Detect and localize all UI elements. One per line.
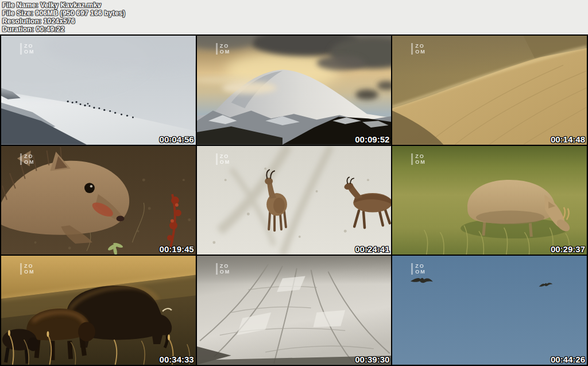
watermark-bar-icon — [216, 43, 218, 55]
watermark-bar-icon — [20, 263, 22, 275]
frame-timestamp: 00:24:41 — [355, 244, 389, 255]
zoom-channel-watermark: ZO OM — [20, 263, 35, 275]
file-info-header: File Name: Velky Kavkaz.mkv File Size: 9… — [0, 0, 588, 34]
watermark-bar-icon — [20, 153, 22, 165]
watermark-text: ZO OM — [24, 153, 35, 165]
watermark-line1: ZO — [415, 43, 426, 49]
watermark-text: ZO OM — [24, 263, 35, 275]
watermark-bar-icon — [411, 263, 413, 275]
thumbnail-frame-1: ZO OM 00:04:56 — [1, 36, 196, 145]
thumbnail-frame-6: ZO OM 00:29:37 — [392, 146, 587, 255]
frame-timestamp: 00:29:37 — [551, 244, 585, 255]
frame-timestamp: 00:44:26 — [551, 354, 585, 365]
watermark-line1: ZO — [220, 263, 231, 269]
watermark-line2: OM — [24, 269, 35, 275]
watermark-bar-icon — [411, 153, 413, 165]
nose — [117, 215, 125, 221]
watermark-bar-icon — [216, 263, 218, 275]
zoom-channel-watermark: ZO OM — [216, 43, 231, 55]
thumbnail-frame-7: ZO OM 00:34:33 — [1, 256, 196, 365]
frame-timestamp: 00:14:48 — [551, 134, 585, 145]
watermark-line2: OM — [415, 269, 426, 275]
watermark-line1: ZO — [24, 153, 35, 159]
thumbnail-frame-2: ZO OM 00:09:52 — [197, 36, 392, 145]
watermark-line2: OM — [220, 159, 231, 165]
zoom-channel-watermark: ZO OM — [216, 153, 231, 165]
frame-timestamp: 00:19:45 — [160, 244, 194, 255]
watermark-text: ZO OM — [220, 153, 231, 165]
zoom-channel-watermark: ZO OM — [20, 153, 35, 165]
thumbnail-frame-8: ZO OM 00:39:30 — [197, 256, 392, 365]
thumbnail-frame-3: ZO OM 00:14:48 — [392, 36, 587, 145]
watermark-line2: OM — [220, 49, 231, 55]
watermark-text: ZO OM — [415, 153, 426, 165]
video-contact-sheet: File Name: Velky Kavkaz.mkv File Size: 9… — [0, 0, 588, 366]
thumbnail-frame-5: ZO OM 00:24:41 — [197, 146, 392, 255]
zoom-channel-watermark: ZO OM — [20, 43, 35, 55]
watermark-line1: ZO — [220, 43, 231, 49]
zoom-channel-watermark: ZO OM — [411, 263, 426, 275]
duration-line: Duration: 00:49:22 — [2, 25, 588, 33]
watermark-line1: ZO — [415, 153, 426, 159]
watermark-line2: OM — [220, 269, 231, 275]
watermark-line1: ZO — [220, 153, 231, 159]
watermark-text: ZO OM — [415, 43, 426, 55]
watermark-line2: OM — [24, 49, 35, 55]
thumbnail-grid: ZO OM 00:04:56 — [0, 34, 588, 366]
frame-timestamp: 00:09:52 — [355, 134, 389, 145]
thumbnail-frame-9: ZO OM 00:44:26 — [392, 256, 587, 365]
watermark-line1: ZO — [24, 43, 35, 49]
frame-timestamp: 00:34:33 — [160, 354, 194, 365]
watermark-line2: OM — [24, 159, 35, 165]
wind-cloud — [222, 82, 276, 94]
watermark-line2: OM — [415, 159, 426, 165]
frame-timestamp: 00:39:30 — [355, 354, 389, 365]
watermark-line1: ZO — [415, 263, 426, 269]
watermark-bar-icon — [20, 43, 22, 55]
zoom-channel-watermark: ZO OM — [411, 43, 426, 55]
watermark-text: ZO OM — [415, 263, 426, 275]
watermark-text: ZO OM — [220, 43, 231, 55]
watermark-line1: ZO — [24, 263, 35, 269]
zoom-channel-watermark: ZO OM — [216, 263, 231, 275]
file-name-line: File Name: Velky Kavkaz.mkv — [2, 1, 588, 9]
watermark-text: ZO OM — [220, 263, 231, 275]
watermark-bar-icon — [411, 43, 413, 55]
resolution-line: Resolution: 1024x576 — [2, 17, 588, 25]
watermark-text: ZO OM — [24, 43, 35, 55]
eye — [84, 183, 95, 193]
thumbnail-frame-4: ZO OM 00:19:45 — [1, 146, 196, 255]
file-size-line: File Size: 906MB (950 697 166 bytes) — [2, 9, 588, 17]
watermark-line2: OM — [415, 49, 426, 55]
zoom-channel-watermark: ZO OM — [411, 153, 426, 165]
watermark-bar-icon — [216, 153, 218, 165]
frame-timestamp: 00:04:56 — [160, 134, 194, 145]
